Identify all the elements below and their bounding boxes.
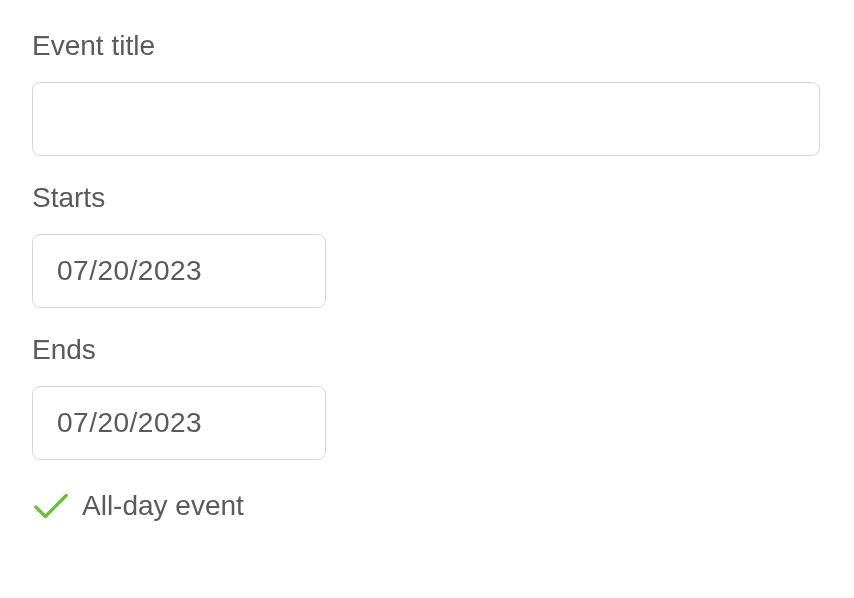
all-day-checkbox-row[interactable]: All-day event (32, 490, 822, 522)
starts-label: Starts (32, 182, 822, 214)
ends-date-input[interactable] (32, 386, 326, 460)
check-icon (32, 490, 70, 522)
ends-label: Ends (32, 334, 822, 366)
event-title-input[interactable] (32, 82, 820, 156)
starts-date-input[interactable] (32, 234, 326, 308)
all-day-label: All-day event (82, 490, 244, 522)
event-title-label: Event title (32, 30, 822, 62)
